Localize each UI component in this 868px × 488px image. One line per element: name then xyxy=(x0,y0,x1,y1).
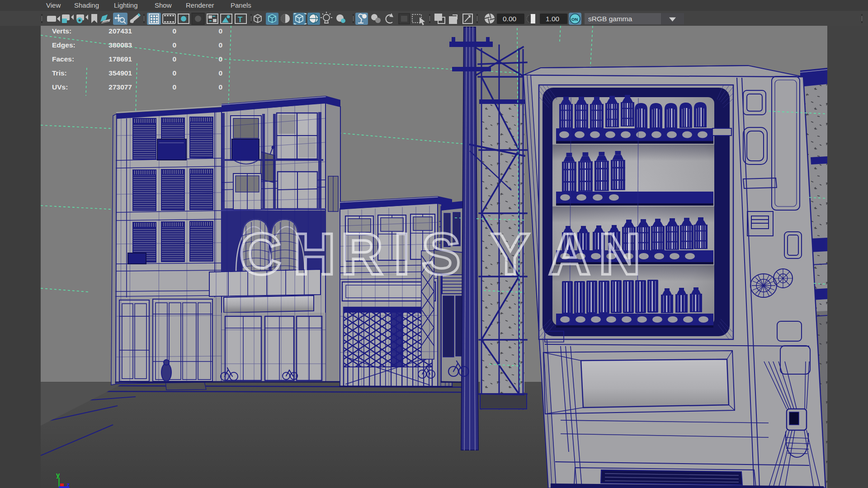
svg-text:Shading: Shading xyxy=(74,1,99,9)
svg-text:0: 0 xyxy=(218,41,222,49)
svg-text:0: 0 xyxy=(218,83,222,91)
svg-text:0: 0 xyxy=(218,27,222,35)
svg-text:Panels: Panels xyxy=(231,1,251,9)
svg-text:CHRIS YAN: CHRIS YAN xyxy=(239,221,641,286)
svg-text:0: 0 xyxy=(172,69,176,77)
svg-text:0: 0 xyxy=(172,55,176,63)
svg-text:sRGB gamma: sRGB gamma xyxy=(588,15,632,23)
svg-text:y: y xyxy=(56,471,60,479)
svg-text:0: 0 xyxy=(218,69,222,77)
svg-text:0: 0 xyxy=(172,83,176,91)
svg-text:Tris:: Tris: xyxy=(52,69,67,77)
svg-text:T: T xyxy=(238,15,243,24)
svg-text:Verts:: Verts: xyxy=(52,27,71,35)
svg-text:1.00: 1.00 xyxy=(546,15,560,23)
svg-text:0: 0 xyxy=(172,27,176,35)
svg-text:Lighting: Lighting xyxy=(114,1,138,9)
svg-text:Show: Show xyxy=(155,1,172,9)
svg-text:View: View xyxy=(46,1,61,9)
svg-text:Edges:: Edges: xyxy=(52,41,75,49)
svg-text:0: 0 xyxy=(172,41,176,49)
svg-text:380083: 380083 xyxy=(108,41,132,49)
svg-text:0: 0 xyxy=(218,55,222,63)
svg-text:Faces:: Faces: xyxy=(52,55,74,63)
svg-text:354901: 354901 xyxy=(108,69,132,77)
svg-text:207431: 207431 xyxy=(108,27,132,35)
svg-text:z: z xyxy=(66,481,70,488)
svg-text:Renderer: Renderer xyxy=(186,1,214,9)
svg-text:ON: ON xyxy=(571,17,578,22)
svg-text:UVs:: UVs: xyxy=(52,83,68,91)
svg-text:273077: 273077 xyxy=(108,83,132,91)
svg-text:0.00: 0.00 xyxy=(503,15,517,23)
svg-text:178691: 178691 xyxy=(108,55,132,63)
